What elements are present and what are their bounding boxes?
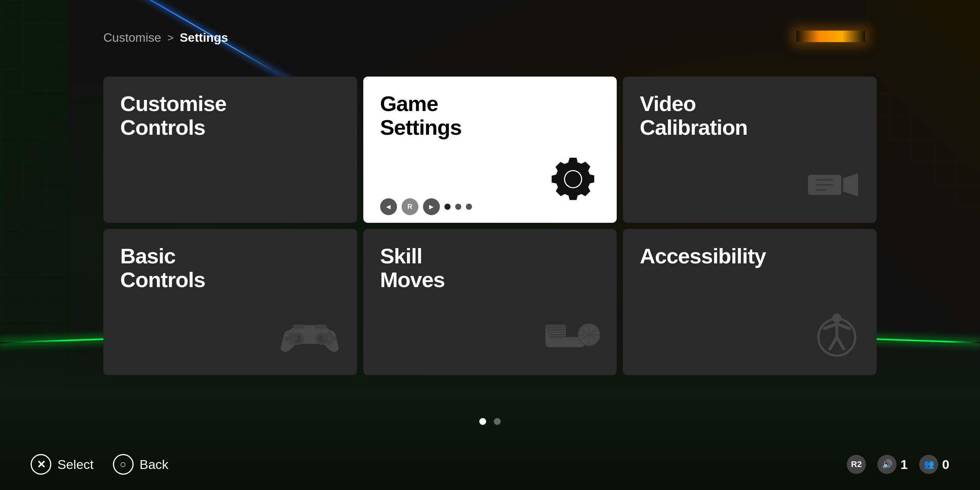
- sound-value: 1: [900, 457, 908, 472]
- card-skill-moves-title: SkillMoves: [380, 244, 600, 291]
- person-accessibility-icon: [814, 312, 860, 360]
- card-game-settings-title: GameSettings: [380, 92, 600, 139]
- hud-sound: 🔊 1: [877, 455, 908, 474]
- card-customise-controls[interactable]: CustomiseControls: [103, 77, 357, 223]
- gamepad-icon: [279, 312, 340, 360]
- card-video-calibration[interactable]: VideoCalibration: [623, 77, 877, 223]
- nav-r-btn: R: [402, 198, 418, 215]
- x-button-icon: ✕: [31, 454, 51, 475]
- nav-dot-2: [455, 204, 461, 210]
- card-game-settings[interactable]: GameSettings ◀ R ▶: [363, 77, 617, 223]
- select-button[interactable]: ✕ Select: [31, 454, 94, 475]
- card-basic-controls[interactable]: BasicControls: [103, 229, 357, 375]
- page-dot-2: [494, 418, 501, 425]
- nav-right-btn[interactable]: ▶: [423, 198, 440, 215]
- breadcrumb-separator: >: [167, 32, 173, 44]
- svg-point-11: [327, 332, 332, 337]
- back-button[interactable]: ○ Back: [113, 454, 169, 475]
- hud-right: R2 🔊 1 👥 0: [847, 455, 949, 474]
- gear-icon: [546, 152, 600, 207]
- card-basic-controls-title: BasicControls: [120, 244, 340, 291]
- back-label: Back: [140, 457, 169, 472]
- bottom-controls: ✕ Select ○ Back: [31, 454, 168, 475]
- svg-rect-16: [315, 325, 327, 329]
- video-icon: [806, 164, 860, 207]
- hud-people: 👥 0: [919, 455, 949, 474]
- bottom-bar: ✕ Select ○ Back R2 🔊 1 👥 0: [0, 454, 980, 475]
- o-button-icon: ○: [113, 454, 134, 475]
- select-label: Select: [57, 457, 94, 472]
- svg-point-13: [322, 336, 328, 341]
- breadcrumb-current: Settings: [180, 31, 228, 45]
- boot-ball-icon: [539, 312, 600, 360]
- nav-left-btn[interactable]: ◀: [380, 198, 397, 215]
- svg-rect-17: [546, 325, 566, 329]
- nav-dot-1: [444, 204, 451, 210]
- nav-dot-3: [466, 204, 472, 210]
- cards-grid: CustomiseControls GameSettings ◀ R ▶ Vid…: [103, 77, 877, 375]
- svg-point-14: [331, 336, 336, 341]
- breadcrumb-parent: Customise: [103, 31, 161, 45]
- people-value: 0: [942, 457, 949, 472]
- people-icon: 👥: [919, 455, 938, 474]
- r2-icon: R2: [847, 455, 866, 474]
- svg-rect-15: [292, 325, 304, 329]
- card-accessibility[interactable]: Accessibility: [623, 229, 877, 375]
- card-skill-moves[interactable]: SkillMoves: [363, 229, 617, 375]
- page-dot-1: [479, 418, 486, 425]
- svg-marker-4: [843, 173, 858, 196]
- page-dots: [479, 418, 501, 425]
- svg-rect-10: [285, 337, 297, 341]
- breadcrumb: Customise > Settings: [103, 31, 228, 45]
- sound-icon: 🔊: [877, 455, 897, 474]
- hud-r2: R2: [847, 455, 866, 474]
- card-customise-controls-title: CustomiseControls: [120, 92, 340, 139]
- card-accessibility-title: Accessibility: [640, 244, 860, 268]
- svg-point-12: [327, 340, 332, 345]
- orange-light-decoration: [796, 31, 865, 42]
- card-video-calibration-title: VideoCalibration: [640, 92, 860, 139]
- game-settings-nav: ◀ R ▶: [380, 198, 472, 215]
